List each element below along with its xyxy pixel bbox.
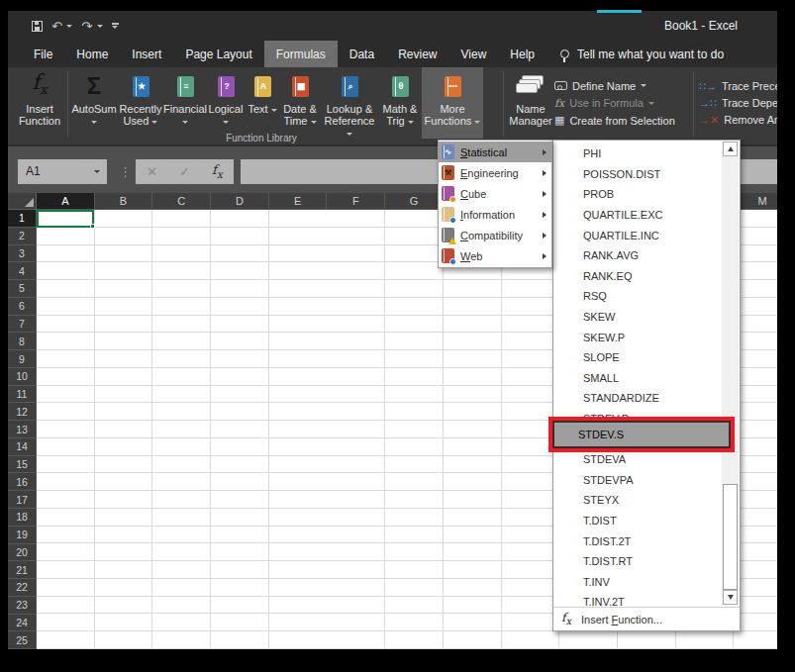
column-header-f[interactable]: F — [327, 193, 385, 210]
scroll-down-button[interactable] — [723, 590, 738, 605]
scrollbar[interactable] — [722, 142, 739, 605]
tab-review[interactable]: Review — [386, 41, 448, 67]
row-header-23[interactable]: 23 — [8, 597, 37, 615]
customize-quick-access-icon[interactable] — [112, 23, 119, 29]
redo-button[interactable]: ↷ — [81, 17, 102, 35]
row-header-5[interactable]: 5 — [8, 280, 37, 298]
tab-data[interactable]: Data — [338, 41, 386, 67]
date-time-button[interactable]: ▦Date &Time — [279, 67, 321, 139]
redo-caret-icon[interactable] — [97, 25, 103, 28]
undo-button[interactable]: ↶ — [51, 17, 72, 35]
menu-item-information[interactable]: Information — [439, 204, 551, 225]
menu-item-compatibility[interactable]: Compatibility — [439, 225, 551, 245]
function-item-small[interactable]: SMALL — [553, 368, 721, 389]
row-header-13[interactable]: 13 — [8, 421, 37, 438]
row-header-16[interactable]: 16 — [8, 473, 37, 491]
row-header-10[interactable]: 10 — [8, 368, 37, 386]
function-item-t.dist.2t[interactable]: T.DIST.2T — [553, 530, 721, 551]
insert-function-button[interactable]: fx InsertFunction — [16, 67, 63, 139]
enter-icon[interactable]: ✓ — [179, 164, 190, 179]
recently-used-button[interactable]: ★RecentlyUsed — [117, 67, 164, 139]
financial-button[interactable]: ≡Financial — [164, 67, 206, 139]
function-item-rank.eq[interactable]: RANK.EQ — [553, 266, 721, 287]
function-item-t.inv[interactable]: T.INV — [553, 572, 721, 593]
insert-function-menu-item[interactable]: fx Insert Function... — [553, 607, 740, 630]
tab-page-layout[interactable]: Page Layout — [173, 41, 263, 67]
function-item-t.inv.2t[interactable]: T.INV.2T — [553, 592, 721, 606]
name-box[interactable]: A1 — [18, 159, 107, 184]
define-name-button[interactable]: Define Name — [554, 80, 691, 92]
row-header-3[interactable]: 3 — [8, 245, 37, 263]
column-header-a[interactable]: A — [37, 193, 95, 210]
save-icon[interactable] — [32, 21, 43, 32]
row-header-20[interactable]: 20 — [8, 544, 37, 562]
function-item-skew.p[interactable]: SKEW.P — [553, 327, 721, 347]
create-from-selection-button[interactable]: ▦Create from Selection — [554, 115, 691, 127]
row-header-24[interactable]: 24 — [8, 615, 37, 632]
cancel-icon[interactable]: ✕ — [147, 164, 157, 179]
remove-arrows-button[interactable]: →✕Remove Arrows — [699, 114, 777, 126]
name-manager-button[interactable]: NameManager — [507, 67, 554, 139]
menu-item-statistical[interactable]: ∿Statistical — [439, 142, 551, 162]
function-item-quartile.exc[interactable]: QUARTILE.EXC — [553, 205, 721, 226]
function-item-rsq[interactable]: RSQ — [553, 286, 721, 307]
trace-dependents-button[interactable]: →∷Trace Dependents — [699, 97, 777, 109]
row-header-25[interactable]: 25 — [8, 631, 37, 649]
function-item-stdeva[interactable]: STDEVA — [553, 449, 721, 470]
tab-insert[interactable]: Insert — [120, 41, 173, 67]
scroll-up-button[interactable] — [723, 142, 738, 156]
insert-function-icon[interactable]: fx — [212, 162, 223, 181]
selected-cell-a1[interactable] — [37, 210, 94, 228]
row-header-14[interactable]: 14 — [8, 438, 37, 456]
math-trig-button[interactable]: θMath &Trig — [378, 67, 422, 139]
function-item-steyx[interactable]: STEYX — [553, 490, 721, 511]
logical-button[interactable]: ?Logical — [206, 67, 246, 139]
function-item-stdevpa[interactable]: STDEVPA — [553, 470, 721, 491]
trace-precedents-button[interactable]: ∷→Trace Precedents — [699, 80, 777, 92]
undo-caret-icon[interactable] — [66, 25, 72, 28]
row-header-18[interactable]: 18 — [8, 509, 37, 527]
row-header-22[interactable]: 22 — [8, 579, 37, 597]
column-header-g[interactable]: G — [385, 193, 444, 210]
tell-me-label[interactable]: Tell me what you want to do — [577, 48, 724, 61]
fill-handle[interactable] — [90, 224, 95, 229]
function-item-poisson.dist[interactable]: POISSON.DIST — [553, 164, 721, 185]
function-item-prob[interactable]: PROB — [553, 184, 721, 205]
function-item-slope[interactable]: SLOPE — [553, 347, 721, 368]
function-item-t.dist[interactable]: T.DIST — [553, 511, 721, 531]
menu-item-cube[interactable]: Cube — [439, 183, 551, 204]
menu-item-web[interactable]: Web — [439, 245, 551, 266]
formula-bar-splitter[interactable]: ⋮ — [119, 159, 132, 184]
scrollbar-thumb[interactable] — [723, 484, 738, 590]
function-item-phi[interactable]: PHI — [553, 144, 721, 164]
autosum-button[interactable]: ΣAutoSum — [71, 67, 117, 139]
function-item-skew[interactable]: SKEW — [553, 307, 721, 328]
row-header-17[interactable]: 17 — [8, 491, 37, 509]
row-header-4[interactable]: 4 — [8, 262, 37, 280]
row-header-8[interactable]: 8 — [8, 333, 37, 350]
tell-me-box[interactable]: Tell me what you want to do — [560, 41, 724, 67]
tab-home[interactable]: Home — [64, 41, 120, 67]
tab-formulas[interactable]: Formulas — [264, 41, 338, 67]
function-item-quartile.inc[interactable]: QUARTILE.INC — [553, 225, 721, 245]
row-header-2[interactable]: 2 — [8, 228, 37, 245]
tab-file[interactable]: File — [22, 41, 64, 67]
row-header-11[interactable]: 11 — [8, 386, 37, 404]
name-box-caret-icon[interactable] — [94, 170, 100, 173]
row-header-12[interactable]: 12 — [8, 403, 37, 421]
row-header-9[interactable]: 9 — [8, 350, 37, 368]
function-item-rank.avg[interactable]: RANK.AVG — [553, 245, 721, 266]
function-item-t.dist.rt[interactable]: T.DIST.RT — [553, 551, 721, 572]
stdev-s-annotation-box[interactable]: STDEV.S — [548, 417, 735, 452]
row-header-7[interactable]: 7 — [8, 316, 37, 334]
select-all-corner[interactable] — [8, 193, 37, 210]
column-header-d[interactable]: D — [211, 193, 269, 210]
lookup-reference-button[interactable]: ⌕Lookup &Reference — [321, 67, 378, 139]
column-header-c[interactable]: C — [152, 193, 211, 210]
column-header-e[interactable]: E — [269, 193, 328, 210]
menu-item-engineering[interactable]: ⚒Engineering — [439, 162, 551, 183]
row-header-19[interactable]: 19 — [8, 527, 37, 544]
row-header-21[interactable]: 21 — [8, 561, 37, 579]
row-header-1[interactable]: 1 — [8, 210, 37, 228]
row-header-6[interactable]: 6 — [8, 298, 37, 316]
